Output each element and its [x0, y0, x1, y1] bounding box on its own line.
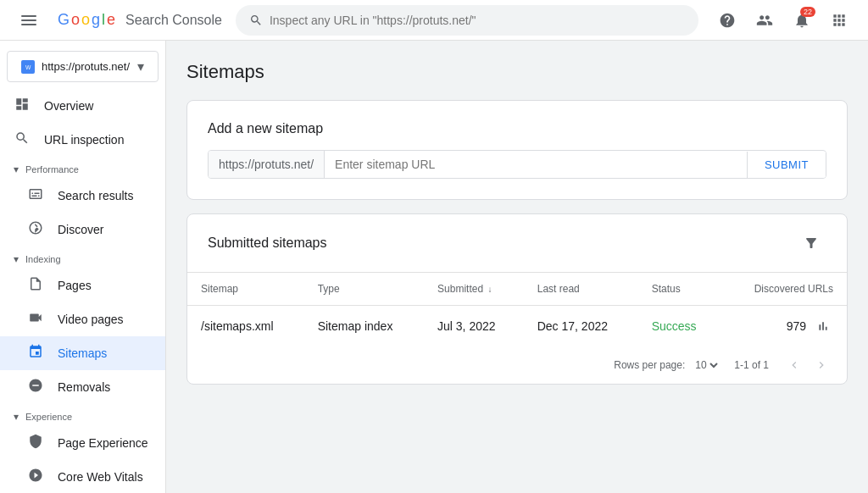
removals-icon	[27, 378, 44, 397]
pages-icon	[27, 276, 44, 296]
svg-text:W: W	[25, 64, 31, 70]
sitemap-url-input[interactable]	[325, 151, 747, 178]
sidebar-item-video-pages-label: Video pages	[58, 313, 124, 326]
rows-per-page-label: Rows per page:	[614, 359, 685, 371]
sitemap-input-row: https://protuts.net/ SUBMIT	[208, 150, 826, 179]
search-bar[interactable]	[236, 5, 698, 36]
indexing-section-arrow-icon: ▾	[14, 253, 19, 265]
next-page-button[interactable]	[810, 353, 833, 377]
sidebar-item-url-inspection-label: URL inspection	[44, 133, 124, 147]
sidebar-section-experience: ▾ Experience	[0, 404, 165, 426]
discover-icon	[27, 220, 44, 240]
svg-rect-0	[21, 15, 36, 17]
sidebar-item-search-results-label: Search results	[58, 189, 133, 202]
svg-rect-2	[21, 24, 36, 25]
add-sitemap-card-body: Add a new sitemap https://protuts.net/ S…	[187, 101, 847, 199]
logo-letter-g2: g	[92, 11, 100, 29]
sidebar-item-removals[interactable]: Removals	[0, 370, 165, 404]
page-navigation	[782, 353, 833, 377]
header-icons: 22	[712, 5, 854, 36]
logo-letter-o1: o	[71, 11, 80, 29]
indexing-section-label: Indexing	[25, 254, 61, 264]
cell-last-read-date: Dec 17, 2022	[524, 306, 638, 347]
site-favicon: W	[21, 60, 35, 74]
favicon-icon: W	[23, 62, 33, 72]
performance-section-label: Performance	[25, 164, 79, 174]
pagination: Rows per page: 10 25 50 1-1 of 1	[187, 346, 847, 384]
experience-section-arrow-icon: ▾	[14, 411, 19, 423]
help-button[interactable]	[712, 5, 743, 36]
filter-icon	[804, 235, 819, 251]
chevron-right-icon	[815, 358, 828, 372]
col-header-discovered-urls: Discovered URLs	[722, 273, 847, 306]
logo-letter-o2: o	[81, 11, 90, 29]
experience-section-label: Experience	[25, 412, 72, 422]
sidebar-item-pages-label: Pages	[58, 279, 92, 292]
add-sitemap-card: Add a new sitemap https://protuts.net/ S…	[186, 100, 848, 200]
col-header-sitemap: Sitemap	[187, 273, 304, 306]
sidebar-item-video-pages[interactable]: Video pages	[0, 302, 165, 336]
sort-arrow-icon: ↓	[487, 285, 492, 294]
help-icon	[719, 12, 736, 29]
apps-icon	[831, 12, 848, 29]
notifications-button[interactable]: 22	[787, 5, 817, 36]
app-name: Search Console	[125, 13, 222, 28]
sidebar-item-discover[interactable]: Discover	[0, 213, 165, 246]
site-url: https://protuts.net/	[42, 60, 131, 73]
sidebar-section-indexing: ▾ Indexing	[0, 246, 165, 269]
page-experience-icon	[27, 434, 44, 453]
hamburger-button[interactable]	[14, 5, 44, 36]
account-button[interactable]	[749, 5, 780, 36]
cell-status: Success	[638, 306, 722, 347]
sidebar-item-sitemaps[interactable]: Sitemaps	[0, 336, 165, 370]
sidebar-item-removals-label: Removals	[58, 380, 110, 394]
rows-per-page-select[interactable]: 10 25 50	[692, 358, 721, 372]
sidebar-item-discover-label: Discover	[58, 223, 103, 236]
sitemap-url-prefix: https://protuts.net/	[209, 151, 325, 178]
status-success-badge: Success	[652, 319, 697, 333]
sidebar-item-url-inspection[interactable]: URL inspection	[0, 123, 165, 157]
discovered-urls-count: 979	[787, 319, 806, 333]
sidebar-item-search-results[interactable]: Search results	[0, 179, 165, 213]
url-inspection-icon	[14, 130, 31, 150]
sidebar-item-page-experience[interactable]: Page Experience	[0, 426, 165, 460]
table-header-row: Sitemap Type Submitted ↓ Last read Statu…	[187, 273, 847, 306]
filter-button[interactable]	[796, 228, 826, 258]
logo-letter-g1: G	[58, 11, 70, 29]
cell-discovered-urls: 979	[722, 306, 847, 346]
site-selector-chevron-icon: ▾	[137, 58, 144, 75]
sidebar-item-overview[interactable]: Overview	[0, 89, 165, 123]
notification-badge: 22	[800, 7, 815, 17]
prev-page-button[interactable]	[782, 353, 806, 377]
core-web-vitals-icon	[27, 468, 44, 487]
sidebar-item-core-web-vitals-label: Core Web Vitals	[58, 470, 143, 484]
sitemaps-icon	[27, 344, 44, 363]
rows-per-page: Rows per page: 10 25 50	[614, 358, 721, 372]
page-title: Sitemaps	[186, 61, 848, 83]
submitted-sitemaps-card: Submitted sitemaps Sitemap Type Submitte…	[186, 213, 848, 385]
search-icon	[249, 14, 263, 27]
page-info: 1-1 of 1	[734, 359, 769, 371]
sidebar-item-core-web-vitals[interactable]: Core Web Vitals	[0, 460, 165, 493]
col-header-submitted: Submitted ↓	[424, 273, 524, 306]
sidebar-item-sitemaps-label: Sitemaps	[58, 346, 107, 360]
site-selector[interactable]: W https://protuts.net/ ▾	[7, 51, 159, 82]
main-layout: W https://protuts.net/ ▾ Overview URL in…	[0, 41, 868, 493]
table-header: Sitemap Type Submitted ↓ Last read Statu…	[187, 273, 847, 306]
search-results-icon	[27, 186, 44, 206]
sidebar-section-performance: ▾ Performance	[0, 157, 165, 179]
chevron-left-icon	[787, 358, 801, 372]
apps-button[interactable]	[824, 5, 854, 36]
table-body: /sitemaps.xml Sitemap index Jul 3, 2022 …	[187, 306, 847, 347]
cell-submitted-date: Jul 3, 2022	[424, 306, 524, 347]
search-input[interactable]	[270, 14, 685, 27]
col-header-status: Status	[638, 273, 722, 306]
add-sitemap-label: Add a new sitemap	[208, 121, 826, 136]
submit-sitemap-button[interactable]: SUBMIT	[747, 152, 826, 178]
sidebar-item-pages[interactable]: Pages	[0, 269, 165, 302]
cell-sitemap-path: /sitemaps.xml	[187, 306, 304, 347]
bar-chart-button[interactable]	[813, 316, 833, 336]
submitted-sitemaps-title: Submitted sitemaps	[208, 235, 327, 251]
logo-letter-l: l	[102, 11, 105, 29]
sidebar: W https://protuts.net/ ▾ Overview URL in…	[0, 41, 166, 493]
